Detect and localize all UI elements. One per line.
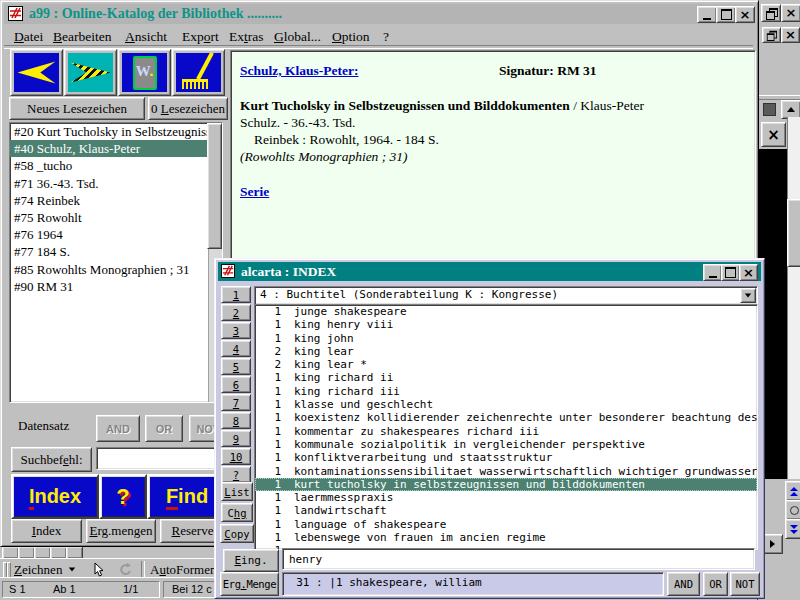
vscroll-thumb[interactable] [787, 199, 800, 267]
zeichnen-menu-button[interactable]: Zeichnen [14, 561, 76, 578]
index-row[interactable]: 1king richard iii [255, 385, 757, 398]
toolbar-grip[interactable] [7, 562, 11, 578]
index-maximize-button[interactable] [721, 264, 740, 281]
tab-ergmengen[interactable]: Erg.mengen [86, 519, 156, 543]
ergmenge-button[interactable]: Erg.Menge [220, 572, 279, 596]
index-row[interactable]: 1king richard ii [255, 371, 757, 384]
eing-input[interactable] [282, 548, 755, 570]
index-or-button[interactable]: OR [703, 572, 728, 596]
index-row[interactable]: 2king lear [255, 345, 757, 358]
result-row[interactable]: #58 _tucho [10, 157, 222, 174]
help-big-label: ? [116, 484, 129, 510]
browse-previous-button[interactable] [785, 481, 800, 501]
suchbefehl-button[interactable]: Suchbefehl: [11, 447, 92, 472]
back-button[interactable] [10, 49, 63, 96]
index-row[interactable]: 1klasse und geschlecht [255, 398, 757, 411]
index-close-button[interactable]: × [739, 264, 758, 281]
forward-button[interactable] [64, 49, 117, 96]
register-1-button[interactable]: 1 [221, 286, 251, 303]
a99-close-button[interactable]: × [735, 6, 755, 23]
menu-export[interactable]: Export [182, 29, 219, 45]
vscroll-track[interactable] [787, 117, 800, 479]
result-row-selected[interactable]: #40 Schulz, Klaus-Peter [10, 140, 222, 157]
register-help-button[interactable]: ? [221, 466, 251, 483]
index-row[interactable]: 1lebenswege von frauen im ancien regime [255, 531, 757, 544]
register-9-button[interactable]: 9 [221, 430, 251, 447]
and-button[interactable]: AND [96, 415, 140, 442]
window-button[interactable]: W. [118, 49, 171, 96]
tab-index[interactable]: Index [11, 519, 82, 543]
a99-titlebar[interactable]: a99 : Online-Katalog der Bibliothek ....… [4, 4, 753, 24]
record-serie-link[interactable]: Serie [240, 184, 269, 200]
lesezeichen-count-button[interactable]: 0 Lesezeichen [148, 97, 228, 120]
index-row[interactable]: 1king henry viii [255, 318, 757, 331]
word-doc-restore-button[interactable] [762, 27, 781, 43]
browse-next-button[interactable] [785, 519, 800, 539]
register-4-button[interactable]: 4 [221, 340, 251, 357]
index-row[interactable]: 1koexistenz kollidierender zeichenrechte… [255, 411, 757, 424]
browse-select-button[interactable] [785, 500, 800, 520]
register-10-button[interactable]: 10 [221, 448, 251, 465]
dropdown-arrow-button[interactable] [740, 288, 756, 303]
word-doc-close-button[interactable]: × [781, 27, 800, 43]
word-close-button[interactable]: × [781, 4, 800, 22]
tab-index-label: Index [32, 523, 62, 539]
chg-button[interactable]: Chg [221, 503, 253, 522]
result-row[interactable]: #75 Rowohlt [10, 209, 222, 226]
index-row[interactable]: 1kommunale sozialpolitik in vergleichend… [255, 438, 757, 451]
register-dropdown[interactable]: 4 : Buchtitel (Sonderabteilung K : Kongr… [254, 286, 758, 305]
eing-button[interactable]: Eing. [223, 549, 279, 572]
index-row-selected[interactable]: 1kurt tucholsky in selbstzeugnissen und … [255, 478, 757, 491]
register-5-button[interactable]: 5 [221, 358, 251, 375]
register-7-button[interactable]: 7 [221, 394, 251, 411]
index-row[interactable]: 2king lear * [255, 358, 757, 371]
list-button[interactable]: List [221, 482, 253, 501]
menu-global[interactable]: Global... [274, 29, 321, 45]
a99-maximize-button[interactable] [716, 6, 736, 23]
menu-option[interactable]: Option [332, 29, 370, 45]
help-big-button[interactable]: ? [99, 474, 147, 519]
index-row[interactable]: 1kommentar zu shakespeares richard iii [255, 425, 757, 438]
record-author-link[interactable]: Schulz, Klaus-Peter: [240, 63, 358, 79]
menu-bearbeiten[interactable]: Bearbeiten [53, 29, 111, 45]
result-row[interactable]: #85 Rowohlts Monographien ; 31 [10, 261, 222, 278]
clear-button[interactable] [172, 49, 225, 96]
menu-extras[interactable]: Extras [229, 29, 264, 45]
floating-toolbar-close-button[interactable]: × [761, 122, 786, 147]
result-row[interactable]: #77 184 S. [10, 243, 222, 260]
copy-button[interactable]: Copy [220, 524, 254, 543]
index-row[interactable]: 1konfliktverarbeitung und staatsstruktur [255, 451, 757, 464]
index-row[interactable]: 1laermmesspraxis [255, 491, 757, 504]
index-row[interactable]: 1junge shakespeare [255, 305, 757, 318]
status-position: Bei 12 c [172, 583, 212, 595]
autoformen-label: AutoFormen [150, 562, 216, 578]
register-6-button[interactable]: 6 [221, 376, 251, 393]
index-row[interactable]: 1landwirtschaft [255, 504, 757, 517]
index-not-button[interactable]: NOT [730, 572, 760, 596]
suchbefehl-input[interactable] [96, 447, 223, 470]
index-big-button[interactable]: Index [11, 474, 99, 519]
register-3-button[interactable]: 3 [221, 322, 251, 339]
index-row[interactable]: 1language of shakespeare [255, 518, 757, 531]
menu-datei[interactable]: Datei [14, 29, 43, 45]
ergmenge-display: 31 : |1 shakespeare, william [282, 572, 664, 596]
menu-ansicht[interactable]: Ansicht [125, 29, 167, 45]
result-row[interactable]: #74 Reinbek [10, 192, 222, 209]
word-restore-button[interactable] [761, 4, 781, 22]
index-row[interactable]: 1king john [255, 332, 757, 345]
register-2-button[interactable]: 2 [221, 304, 251, 321]
index-row[interactable]: 1kontaminationssensibilitaet wasserwirts… [255, 465, 757, 478]
result-row[interactable]: #71 36.-43. Tsd. [10, 175, 222, 192]
neues-lesezeichen-button[interactable]: Neues Lesezeichen [9, 97, 145, 120]
a99-minimize-button[interactable] [697, 6, 717, 23]
register-8-button[interactable]: 8 [221, 412, 251, 429]
results-scrollbar-thumb[interactable] [207, 123, 222, 249]
index-titlebar[interactable]: alcarta : INDEX × [218, 262, 761, 281]
result-row[interactable]: #20 Kurt Tucholsky in Selbstzeugnissen [10, 123, 222, 140]
result-row[interactable]: #76 1964 [10, 226, 222, 243]
result-row[interactable]: #90 RM 31 [10, 278, 222, 295]
index-minimize-button[interactable] [703, 264, 722, 281]
menu-help[interactable]: ? [383, 29, 389, 45]
or-button[interactable]: OR [145, 415, 183, 442]
index-and-button[interactable]: AND [667, 572, 700, 596]
